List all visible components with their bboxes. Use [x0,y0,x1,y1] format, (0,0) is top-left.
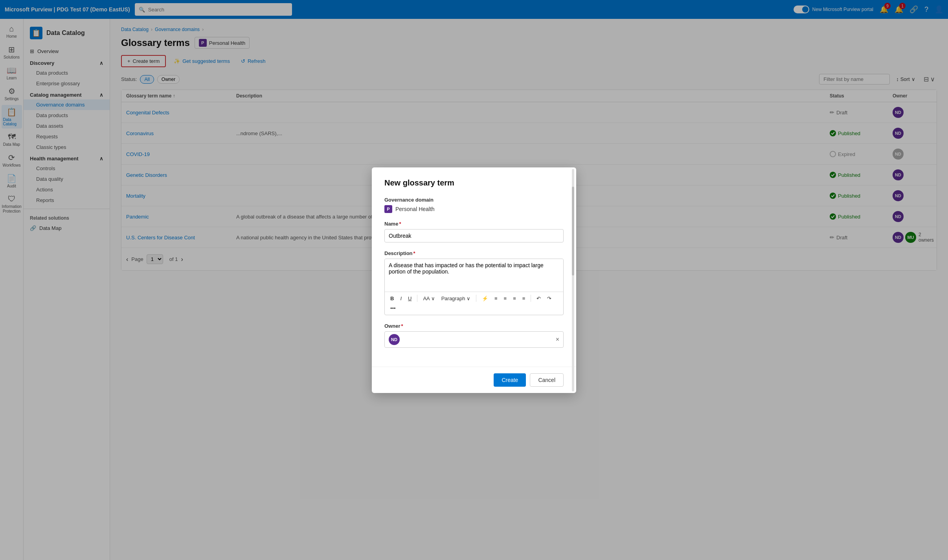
editor-undo-button[interactable]: ↶ [534,294,543,303]
owner-remove-button[interactable]: × [556,336,559,343]
modal-governance-domain-label: Governance domain [384,197,564,203]
editor-sep-3 [531,295,531,302]
modal-name-label: Name* [384,221,564,227]
editor-align-center-button[interactable]: ≡ [502,294,509,303]
modal-title: New glossary term [384,178,564,187]
editor-ordered-list-button[interactable]: ≡ [520,294,528,303]
modal-textarea-container: A disease that has impacted or has the p… [384,259,564,315]
editor-format-button[interactable]: ⚡ [480,294,491,303]
modal-desc-label-text: Description [384,250,413,256]
modal-domain-value: P Personal Health [384,205,564,213]
modal-scrollbar [571,167,575,393]
editor-underline-button[interactable]: U [406,294,414,303]
editor-list-button[interactable]: ≡ [511,294,518,303]
modal-owner-label: Owner* [384,323,564,329]
modal-create-button[interactable]: Create [494,373,526,387]
editor-redo-button[interactable]: ↷ [545,294,554,303]
editor-font-size-button[interactable]: AA ∨ [421,294,437,303]
owner-avatar: ND [389,334,400,345]
new-glossary-term-modal: New glossary term Governance domain P Pe… [372,167,576,393]
modal-footer: Create Cancel [372,367,576,393]
modal-cancel-button[interactable]: Cancel [530,373,564,387]
modal-name-required: * [399,221,401,227]
editor-paragraph-button[interactable]: Paragraph ∨ [439,294,473,303]
editor-sep-1 [417,295,417,302]
editor-sep-2 [476,295,476,302]
modal-desc-required: * [413,250,415,256]
modal-desc-label: Description* [384,250,564,256]
owner-field: ND × [384,331,564,348]
modal-domain-icon: P [384,205,392,213]
editor-bold-button[interactable]: B [388,294,396,303]
scroll-track [572,169,574,391]
scroll-thumb [572,187,574,275]
modal-overlay: New glossary term Governance domain P Pe… [0,0,948,560]
modal-scroll-area: New glossary term Governance domain P Pe… [372,167,576,367]
modal-owner-label-text: Owner [384,323,400,329]
modal-name-input[interactable] [384,229,564,242]
modal-domain-name: Personal Health [395,206,435,212]
editor-italic-button[interactable]: I [398,294,404,303]
editor-toolbar: B I U AA ∨ Paragraph ∨ ⚡ ≡ ≡ ≡ ≡ ↶ ↷ ••• [385,292,563,315]
modal-owner-required: * [401,323,403,329]
modal-description-textarea[interactable]: A disease that has impacted or has the p… [385,259,563,290]
editor-align-left-button[interactable]: ≡ [492,294,500,303]
editor-more-button[interactable]: ••• [388,304,398,312]
modal-name-label-text: Name [384,221,398,227]
